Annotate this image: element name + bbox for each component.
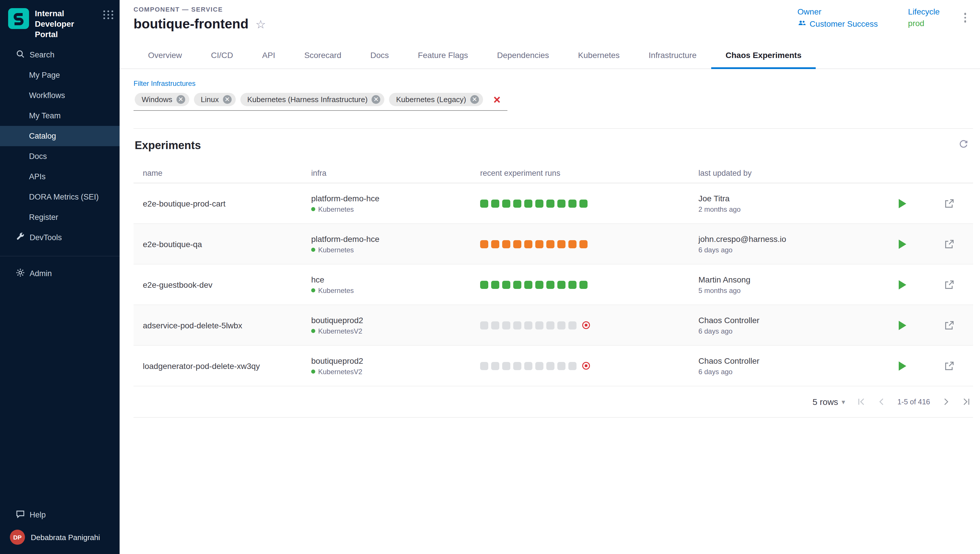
run-indicator[interactable] <box>513 199 521 207</box>
owner-link[interactable]: Customer Success <box>797 19 878 29</box>
run-indicator[interactable] <box>535 362 543 370</box>
run-indicator[interactable] <box>546 362 554 370</box>
run-indicator[interactable] <box>480 321 488 329</box>
tab-scorecard[interactable]: Scorecard <box>290 41 356 68</box>
sidebar-item-docs[interactable]: Docs <box>0 146 120 166</box>
run-indicator[interactable] <box>568 240 576 248</box>
tab-overview[interactable]: Overview <box>134 41 196 68</box>
run-indicator[interactable] <box>568 321 576 329</box>
run-indicator[interactable] <box>557 362 565 370</box>
run-indicator[interactable] <box>524 280 532 288</box>
run-indicator[interactable] <box>513 280 521 288</box>
run-indicator[interactable] <box>546 199 554 207</box>
run-indicator[interactable] <box>480 199 488 207</box>
chip-remove-icon[interactable]: ✕ <box>177 95 185 104</box>
open-experiment-button[interactable] <box>926 320 973 330</box>
run-indicator[interactable] <box>491 240 499 248</box>
run-indicator[interactable] <box>502 321 510 329</box>
run-indicator[interactable] <box>557 280 565 288</box>
clear-filters-button[interactable]: × <box>493 93 501 105</box>
run-indicator[interactable] <box>546 240 554 248</box>
run-indicator[interactable] <box>535 280 543 288</box>
run-experiment-button[interactable] <box>879 239 926 248</box>
run-indicator[interactable] <box>480 240 488 248</box>
run-indicator[interactable] <box>491 280 499 288</box>
tab-kubernetes[interactable]: Kubernetes <box>563 41 634 68</box>
sidebar-item-workflows[interactable]: Workflows <box>0 85 120 105</box>
filter-chip[interactable]: Windows ✕ <box>135 93 189 106</box>
run-indicator[interactable] <box>491 321 499 329</box>
open-experiment-button[interactable] <box>926 361 973 371</box>
filter-chip[interactable]: Linux ✕ <box>194 93 236 106</box>
refresh-icon[interactable] <box>959 140 969 152</box>
run-indicator[interactable] <box>535 240 543 248</box>
help-button[interactable]: Help <box>0 505 120 525</box>
run-indicator[interactable] <box>557 321 565 329</box>
open-experiment-button[interactable] <box>926 239 973 249</box>
tab-dependencies[interactable]: Dependencies <box>482 41 563 68</box>
previous-page-button[interactable] <box>877 397 886 406</box>
run-indicator[interactable] <box>535 321 543 329</box>
run-indicator[interactable] <box>502 240 510 248</box>
run-indicator[interactable] <box>513 321 521 329</box>
run-indicator[interactable] <box>502 199 510 207</box>
chip-remove-icon[interactable]: ✕ <box>223 95 231 104</box>
run-experiment-button[interactable] <box>879 361 926 370</box>
run-experiment-button[interactable] <box>879 280 926 289</box>
sidebar-item-catalog[interactable]: Catalog <box>0 126 120 146</box>
open-experiment-button[interactable] <box>926 279 973 290</box>
run-indicator[interactable] <box>546 280 554 288</box>
sidebar-item-register[interactable]: Register <box>0 207 120 227</box>
user-menu[interactable]: DP Debabrata Panigrahi <box>0 525 120 548</box>
run-experiment-button[interactable] <box>879 320 926 330</box>
chip-remove-icon[interactable]: ✕ <box>470 95 479 104</box>
run-indicator[interactable] <box>546 321 554 329</box>
run-indicator[interactable] <box>568 280 576 288</box>
run-indicator[interactable] <box>524 240 532 248</box>
run-indicator[interactable] <box>513 240 521 248</box>
run-indicator[interactable] <box>502 362 510 370</box>
run-indicator[interactable] <box>502 280 510 288</box>
filter-chip[interactable]: Kubernetes (Legacy) ✕ <box>389 93 483 106</box>
apps-grid-icon[interactable] <box>103 10 114 19</box>
next-page-button[interactable] <box>942 397 950 406</box>
sidebar-item-my-team[interactable]: My Team <box>0 105 120 126</box>
more-options-kebab-icon[interactable] <box>962 10 969 25</box>
tab-api[interactable]: API <box>247 41 290 68</box>
sidebar-item-apis[interactable]: APIs <box>0 166 120 186</box>
favorite-star-icon[interactable]: ☆ <box>255 18 266 30</box>
run-indicator[interactable] <box>480 362 488 370</box>
tab-infrastructure[interactable]: Infrastructure <box>634 41 711 68</box>
run-indicator[interactable] <box>524 321 532 329</box>
sidebar-item-devtools[interactable]: DevTools <box>0 227 120 247</box>
sidebar-item-dora-metrics[interactable]: DORA Metrics (SEI) <box>0 186 120 207</box>
infrastructure-filter-input[interactable]: Windows ✕ Linux ✕ Kubernetes (Harness In… <box>134 91 508 111</box>
run-indicator[interactable] <box>513 362 521 370</box>
run-indicator[interactable] <box>524 362 532 370</box>
run-indicator[interactable] <box>579 199 587 207</box>
tab-docs[interactable]: Docs <box>356 41 404 68</box>
sidebar-item-admin[interactable]: Admin <box>0 263 120 283</box>
last-page-button[interactable] <box>962 397 971 406</box>
first-page-button[interactable] <box>857 397 865 406</box>
run-indicator[interactable] <box>535 199 543 207</box>
tab-feature-flags[interactable]: Feature Flags <box>404 41 483 68</box>
rows-per-page-select[interactable]: 5 rows ▾ <box>812 397 845 407</box>
run-indicator[interactable] <box>491 199 499 207</box>
run-indicator[interactable] <box>557 199 565 207</box>
sidebar-item-search[interactable]: Search <box>0 45 120 65</box>
run-indicator[interactable] <box>568 199 576 207</box>
run-indicator[interactable] <box>579 240 587 248</box>
tab-cicd[interactable]: CI/CD <box>196 41 247 68</box>
run-indicator[interactable] <box>568 362 576 370</box>
run-indicator[interactable] <box>524 199 532 207</box>
run-indicator[interactable] <box>491 362 499 370</box>
tab-chaos-experiments[interactable]: Chaos Experiments <box>711 41 816 69</box>
run-experiment-button[interactable] <box>879 199 926 208</box>
run-indicator[interactable] <box>480 280 488 288</box>
chip-remove-icon[interactable]: ✕ <box>372 95 380 104</box>
run-indicator[interactable] <box>557 240 565 248</box>
sidebar-item-my-page[interactable]: My Page <box>0 65 120 85</box>
open-experiment-button[interactable] <box>926 198 973 209</box>
filter-chip[interactable]: Kubernetes (Harness Infrastructure) ✕ <box>240 93 385 106</box>
